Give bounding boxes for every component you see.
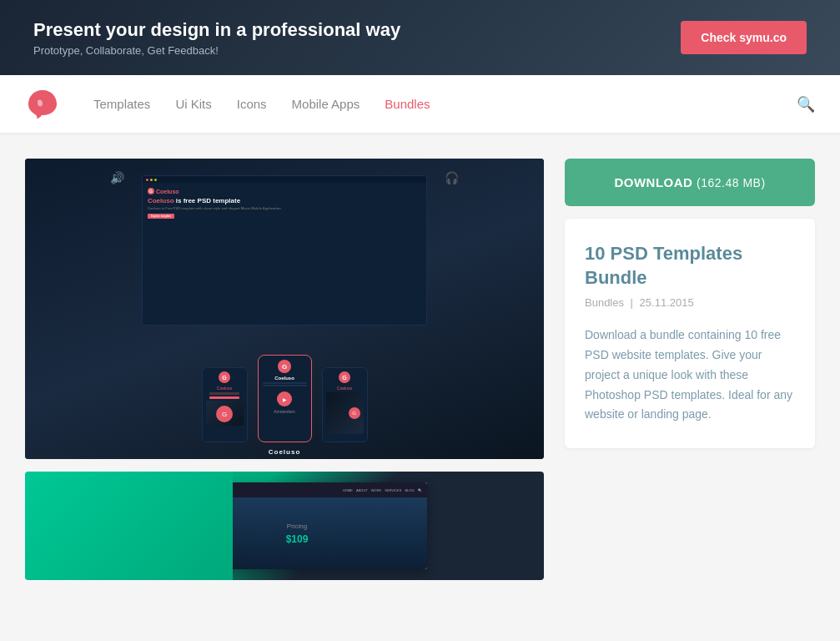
top-banner: Present your design in a professional wa… (0, 0, 840, 75)
dot-red (146, 179, 148, 181)
coeluso-headline: Coeluso is free PSD template (148, 197, 421, 204)
thumbnail-2: Alecto. HOME ABOUT WORK SERVICES BLOG 🔍 (25, 472, 544, 580)
browser-mockup: G Coeluso Coeluso is free PSD template C… (142, 175, 427, 326)
phone-center-name: Coeluso (274, 376, 294, 381)
nav-link-templates[interactable]: Templates (93, 97, 150, 111)
banner-text: Present your design in a professional wa… (33, 19, 400, 57)
info-category: Bundles (585, 296, 624, 309)
phone-center: Coeluso Amsterdam (258, 355, 312, 442)
coeluso-nav-brand: Coeluso (156, 189, 179, 194)
phone-bar-1 (209, 392, 239, 395)
browser-bar (143, 176, 426, 183)
info-description: Download a bundle containing 10 free PSD… (585, 326, 795, 425)
pcbar-1 (263, 382, 307, 384)
logo-icon (25, 87, 60, 122)
phone-center-label: Amsterdam (274, 409, 295, 414)
alecto-price: $109 (168, 533, 427, 545)
alecto-nav-4: SERVICES (385, 488, 401, 492)
banner-subline: Prototype, Collaborate, Get Feedback! (33, 44, 400, 57)
thumb-1-inner: 🔊 Lorem ipsum dolor sit amet 🎧 G (25, 159, 544, 459)
coeluso-footer-label: Coeluso (269, 448, 301, 456)
coeluso-sub: Coeluso is Free PSD template with clean … (148, 206, 421, 210)
browser-content: G Coeluso Coeluso is free PSD template C… (143, 183, 426, 224)
alecto-search-icon: 🔍 (418, 488, 422, 492)
nav-links: Templates Ui Kits Icons Mobile Apps Bund… (93, 97, 797, 111)
nav-link-uikits[interactable]: Ui Kits (175, 97, 211, 111)
banner-cta-button[interactable]: Check symu.co (681, 21, 807, 54)
nav-link-icons[interactable]: Icons (237, 97, 267, 111)
play-button (277, 391, 292, 406)
phone-left-name: Coeluso (217, 386, 232, 391)
meta-separator: | (631, 296, 636, 309)
phone-left: Coeluso G (202, 367, 248, 442)
phone-right-name: Coeluso (337, 386, 352, 391)
thumbnail-1: 🔊 Lorem ipsum dolor sit amet 🎧 G (25, 159, 544, 459)
phone-center-logo (278, 360, 291, 373)
speaker-right-icon: 🎧 (445, 171, 459, 184)
alecto-nav-3: WORK (371, 488, 381, 492)
download-button[interactable]: DOWNLOAD (162.48 MB) (565, 159, 815, 206)
explore-button-mock: Explore template (148, 214, 174, 219)
nav-link-mobileapps[interactable]: Mobile Apps (292, 97, 360, 111)
phone-center-bars (263, 382, 307, 387)
thumb-2-inner: Alecto. HOME ABOUT WORK SERVICES BLOG 🔍 (25, 472, 544, 580)
phone-bar-2 (209, 396, 239, 399)
speaker-left-icon: 🔊 (110, 171, 124, 184)
info-card: 10 PSD Templates Bundle Bundles | 25.11.… (565, 219, 815, 448)
main-content: 🔊 Lorem ipsum dolor sit amet 🎧 G (0, 134, 840, 605)
alecto-nav-2: ABOUT (356, 488, 368, 492)
alecto-nav-1: HOME (343, 488, 353, 492)
alecto-nav-5: BLOG (405, 488, 414, 492)
info-date: 25.11.2015 (640, 296, 694, 309)
dot-green (154, 179, 157, 181)
banner-headline: Present your design in a professional wa… (33, 19, 400, 41)
info-title: 10 PSD Templates Bundle (585, 242, 795, 290)
right-column: DOWNLOAD (162.48 MB) 10 PSD Templates Bu… (565, 159, 815, 448)
alecto-nav-links: HOME ABOUT WORK SERVICES BLOG 🔍 (343, 488, 422, 492)
download-label: DOWNLOAD (614, 175, 692, 189)
info-meta: Bundles | 25.11.2015 (585, 296, 795, 309)
phone-row: Coeluso G (25, 355, 544, 442)
dot-yellow (150, 179, 153, 181)
nav: Templates Ui Kits Icons Mobile Apps Bund… (0, 75, 840, 134)
phone-right-logo (339, 371, 350, 383)
pcbar-2 (263, 385, 307, 386)
nav-link-bundles[interactable]: Bundles (385, 97, 430, 111)
thumbnails: 🔊 Lorem ipsum dolor sit amet 🎧 G (25, 159, 544, 580)
logo[interactable] (25, 87, 60, 122)
phone-left-img: G (206, 401, 244, 426)
search-icon[interactable]: 🔍 (797, 95, 815, 114)
phone-right: Coeluso G (322, 367, 368, 442)
download-size: (162.48 MB) (697, 176, 766, 189)
pricing-label: Pricing (168, 522, 427, 530)
phone-left-logo (219, 371, 230, 383)
